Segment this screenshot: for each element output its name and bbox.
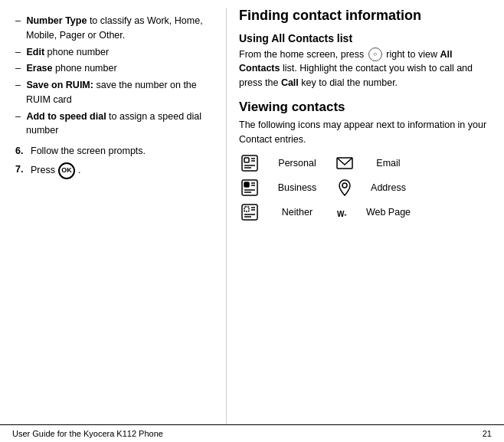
bullet-list: Number Type to classify as Work, Home, M… bbox=[15, 14, 214, 138]
personal-icon-cell bbox=[239, 154, 260, 172]
left-column: Number Type to classify as Work, Home, M… bbox=[0, 8, 226, 424]
neither-icon bbox=[241, 203, 259, 221]
footer-left: User Guide for the Kyocera K112 Phone bbox=[12, 429, 163, 438]
content-area: Number Type to classify as Work, Home, M… bbox=[0, 0, 504, 424]
bullet-label-save-ruim: Save on RUIM: bbox=[26, 80, 93, 90]
bullet-label-number-type: Number Type bbox=[26, 15, 87, 26]
body-viewing-contacts: The following icons may appear next to i… bbox=[239, 118, 492, 147]
sub-title-all-contacts: Using All Contacts list bbox=[239, 32, 492, 44]
body-text-end: key to dial the number. bbox=[301, 77, 398, 88]
webpage-icon: W- bbox=[335, 203, 354, 221]
svg-text:W-: W- bbox=[337, 210, 347, 218]
main-title: Finding contact information bbox=[239, 8, 492, 25]
body-text-before: From the home screen, press bbox=[239, 49, 364, 60]
home-screen-icon: ○ bbox=[368, 47, 382, 61]
webpage-icon-cell: W- bbox=[334, 203, 355, 221]
bullet-item-erase: Erase phone number bbox=[15, 61, 214, 76]
neither-icon-cell bbox=[239, 203, 260, 221]
svg-point-13 bbox=[342, 183, 347, 188]
call-key-bold: Call bbox=[281, 77, 299, 88]
numbered-item-7: 7. Press OK . bbox=[15, 162, 214, 179]
press-label: Press bbox=[31, 163, 55, 178]
neither-label: Neither bbox=[282, 207, 313, 218]
bullet-label-edit: Edit bbox=[26, 47, 44, 57]
webpage-label-cell: Web Page bbox=[362, 207, 415, 218]
neither-label-cell: Neither bbox=[267, 207, 328, 218]
bullet-item-speed-dial: Add to speed dial to assign a speed dial… bbox=[15, 110, 214, 139]
svg-rect-8 bbox=[244, 182, 249, 187]
bullet-label-speed-dial: Add to speed dial bbox=[26, 111, 106, 122]
address-icon bbox=[335, 178, 354, 197]
personal-label-cell: Personal bbox=[267, 158, 328, 169]
personal-icon bbox=[241, 154, 259, 172]
business-label-cell: Business bbox=[267, 182, 328, 193]
business-icon bbox=[241, 178, 259, 197]
numbered-list: 6. Follow the screen prompts. 7. Press O… bbox=[15, 144, 214, 179]
personal-label: Personal bbox=[278, 158, 316, 169]
bullet-item-edit: Edit phone number bbox=[15, 45, 214, 60]
right-column: Finding contact information Using All Co… bbox=[226, 8, 504, 424]
sub-title-viewing-contacts: Viewing contacts bbox=[239, 100, 492, 115]
bullet-item-number-type: Number Type to classify as Work, Home, M… bbox=[15, 14, 214, 43]
bullet-text-erase: phone number bbox=[55, 63, 117, 74]
address-label: Address bbox=[371, 182, 406, 193]
svg-rect-14 bbox=[242, 205, 257, 220]
email-label: Email bbox=[376, 158, 400, 169]
ok-button-icon: OK bbox=[58, 162, 75, 179]
footer: User Guide for the Kyocera K112 Phone 21 bbox=[0, 424, 504, 442]
bullet-item-save-ruim: Save on RUIM: save the number on the RUI… bbox=[15, 78, 214, 107]
svg-rect-1 bbox=[244, 158, 249, 162]
numbered-item-6: 6. Follow the screen prompts. bbox=[15, 144, 214, 159]
address-icon-cell bbox=[334, 178, 355, 197]
webpage-label: Web Page bbox=[366, 207, 411, 218]
address-label-cell: Address bbox=[362, 182, 415, 193]
body-text-middle: right to view bbox=[386, 49, 440, 60]
body-all-contacts: From the home screen, press ○ right to v… bbox=[239, 47, 492, 90]
page-container: Number Type to classify as Work, Home, M… bbox=[0, 0, 504, 442]
number-6: 6. bbox=[15, 144, 31, 159]
press-period: . bbox=[78, 163, 80, 178]
icons-grid: Personal Email bbox=[239, 152, 492, 223]
business-label: Business bbox=[278, 182, 317, 193]
bullet-label-erase: Erase bbox=[26, 63, 52, 74]
svg-rect-15 bbox=[244, 207, 249, 211]
number-7: 7. bbox=[15, 162, 31, 179]
email-label-cell: Email bbox=[362, 158, 415, 169]
business-icon-cell bbox=[239, 178, 260, 197]
bullet-text-edit: phone number bbox=[47, 47, 110, 57]
email-icon bbox=[335, 154, 354, 172]
footer-right: 21 bbox=[483, 429, 492, 438]
text-press: Press OK . bbox=[31, 162, 214, 179]
text-follow-screen: Follow the screen prompts. bbox=[31, 144, 214, 159]
email-icon-cell bbox=[334, 154, 355, 172]
